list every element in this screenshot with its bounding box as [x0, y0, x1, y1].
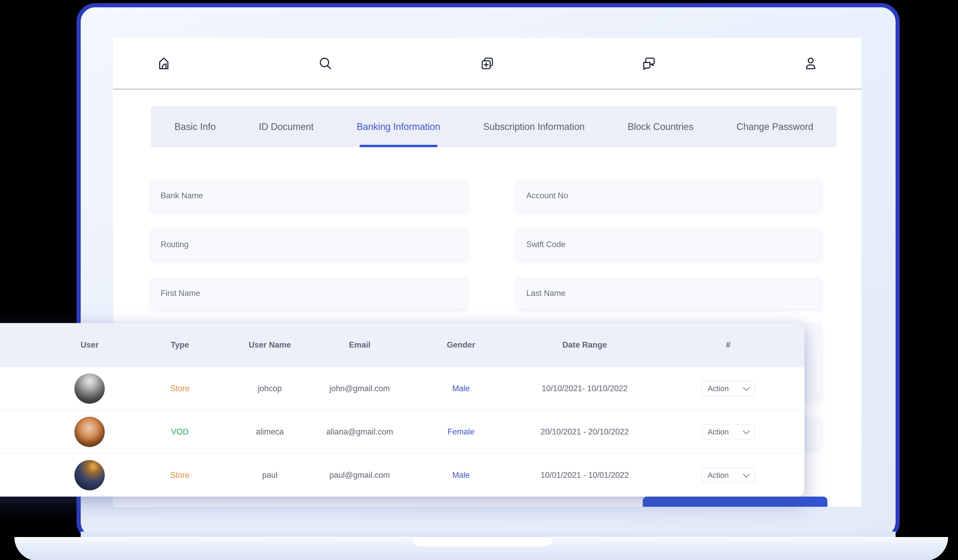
- column-header-user-name: User Name: [225, 340, 315, 350]
- column-header-date-range: Date Range: [517, 340, 652, 350]
- column-header-gender: Gender: [404, 340, 517, 350]
- action-dropdown[interactable]: Action: [701, 424, 755, 440]
- first-name-field[interactable]: [150, 278, 468, 309]
- gender-value: Male: [404, 470, 517, 480]
- swift-code-field[interactable]: [516, 229, 822, 260]
- home-icon[interactable]: [156, 56, 171, 71]
- chevron-down-icon: [743, 427, 750, 434]
- column-header-email: Email: [315, 340, 404, 350]
- bank-name-field[interactable]: [150, 180, 468, 211]
- user-avatar-bearded-man: [75, 373, 105, 404]
- date-range-value: 10/10/2021- 10/10/2022: [517, 384, 652, 393]
- username-value: paul: [225, 470, 315, 480]
- laptop-base-notch: [413, 537, 552, 546]
- table-row: VOD alimeca aliana@gmail.com Female 20/1…: [0, 410, 804, 453]
- account-no-field[interactable]: [516, 180, 822, 211]
- email-value: aliana@gmail.com: [315, 427, 404, 437]
- chevron-down-icon: [743, 470, 750, 478]
- type-value: Store: [135, 470, 225, 480]
- last-name-field[interactable]: [516, 278, 822, 309]
- tab-change-password[interactable]: Change Password: [736, 106, 813, 147]
- username-value: alimeca: [225, 427, 315, 437]
- user-avatar-red-haired-woman: [75, 417, 105, 447]
- table-row: Store johcop john@gmail.com Male 10/10/2…: [0, 367, 804, 410]
- action-dropdown-label: Action: [708, 471, 729, 479]
- action-dropdown[interactable]: Action: [701, 381, 755, 396]
- email-value: john@gmail.com: [315, 384, 404, 393]
- profile-icon[interactable]: [803, 56, 818, 71]
- user-avatar-movie-poster: [75, 460, 105, 490]
- tab-id-document[interactable]: ID Document: [259, 106, 314, 147]
- action-dropdown[interactable]: Action: [701, 468, 755, 483]
- table-header-row: User Type User Name Email Gender Date Ra…: [0, 323, 804, 367]
- chevron-down-icon: [743, 384, 750, 391]
- tab-block-countries[interactable]: Block Countries: [628, 106, 693, 147]
- date-range-value: 10/01/2021 - 10/01/2022: [517, 470, 652, 480]
- type-value: VOD: [135, 427, 225, 437]
- users-table-card: User Type User Name Email Gender Date Ra…: [0, 323, 804, 497]
- action-dropdown-label: Action: [708, 428, 729, 436]
- gender-value: Female: [404, 427, 517, 437]
- username-value: johcop: [225, 384, 315, 393]
- chat-icon[interactable]: [641, 56, 657, 71]
- settings-tab-bar: Basic Info ID Document Banking Informati…: [151, 106, 837, 147]
- column-header-type: Type: [135, 340, 225, 350]
- gender-value: Male: [404, 384, 517, 393]
- page-background: { "nav": { "icons": [ {"name": "home-ico…: [0, 0, 958, 560]
- laptop-screen-bottom-edge: [81, 532, 896, 537]
- laptop-base: [14, 537, 948, 560]
- search-icon[interactable]: [318, 56, 333, 71]
- type-value: Store: [135, 384, 225, 393]
- submit-button[interactable]: [643, 497, 827, 507]
- column-header-user: User: [0, 340, 135, 350]
- column-header-hash: #: [652, 340, 804, 350]
- table-row: Store paul paul@gmail.com Male 10/01/202…: [0, 453, 804, 497]
- top-navigation-bar: [113, 38, 861, 90]
- email-value: paul@gmail.com: [315, 470, 404, 480]
- tab-subscription-information[interactable]: Subscription Information: [483, 106, 585, 147]
- action-dropdown-label: Action: [708, 384, 729, 393]
- copy-add-icon[interactable]: [480, 56, 495, 71]
- tab-basic-info[interactable]: Basic Info: [174, 106, 216, 147]
- routing-field[interactable]: [150, 229, 468, 260]
- tab-banking-information[interactable]: Banking Information: [357, 106, 440, 147]
- date-range-value: 20/10/2021 - 20/10/2022: [517, 427, 652, 437]
